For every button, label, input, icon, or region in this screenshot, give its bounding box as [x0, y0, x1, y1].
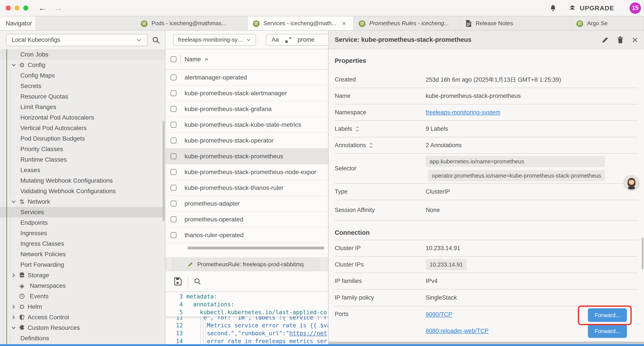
- chevron-right-icon[interactable]: [11, 304, 16, 310]
- row-checkbox[interactable]: [170, 216, 176, 222]
- sidebar-item-namespaces[interactable]: ◈ Namespaces: [0, 281, 165, 291]
- chevron-down-icon[interactable]: [11, 325, 16, 331]
- annotations-count[interactable]: 2 Annotations: [426, 142, 462, 149]
- back-button[interactable]: ←: [38, 3, 47, 13]
- chevron-right-icon[interactable]: [11, 273, 16, 278]
- tab-close-icon[interactable]: ×: [342, 20, 346, 27]
- tab-release-notes[interactable]: Release Notes: [460, 16, 571, 30]
- document-icon: [465, 20, 472, 27]
- select-all-checkbox[interactable]: [170, 56, 176, 62]
- row-checkbox[interactable]: [170, 122, 176, 128]
- forward-port-button[interactable]: Forward...: [588, 324, 627, 338]
- row-checkbox[interactable]: [170, 137, 176, 143]
- row-checkbox[interactable]: [170, 232, 176, 238]
- sidebar-group-storage[interactable]: Storage: [0, 270, 165, 281]
- assistant-avatar[interactable]: [624, 175, 639, 190]
- tab-pods[interactable]: Pods - icecheng@mathmas...: [136, 16, 248, 30]
- sidebar-item-runtime-classes[interactable]: Runtime Classes: [0, 154, 165, 165]
- expand-collapse-icon[interactable]: [355, 126, 359, 132]
- chevron-down-icon: [246, 37, 251, 42]
- notifications-bell-icon[interactable]: [549, 4, 557, 12]
- save-icon[interactable]: [173, 277, 182, 286]
- sidebar-group-custom-resources[interactable]: Custom Resources: [0, 323, 165, 333]
- regex-toggle[interactable]: *: [285, 36, 292, 43]
- port-link[interactable]: 9090/TCP: [426, 311, 452, 318]
- session-affinity-value: None: [426, 207, 440, 214]
- edit-icon[interactable]: [602, 36, 609, 43]
- minimize-window-button[interactable]: [14, 5, 20, 10]
- sidebar-item-endpoints[interactable]: Endpoints: [0, 217, 165, 228]
- port-link[interactable]: 8080:reloader-web/TCP: [426, 328, 488, 335]
- tab-services[interactable]: Services - icecheng@math... ×: [248, 16, 354, 30]
- sidebar-item-port-forwarding[interactable]: Port Forwarding: [0, 260, 165, 270]
- namespace-link[interactable]: freeleaps-monitoring-system: [426, 109, 500, 116]
- properties-heading: Properties: [335, 57, 638, 72]
- sidebar-item-events[interactable]: Events: [0, 291, 165, 302]
- row-checkbox[interactable]: [170, 169, 176, 175]
- runbook-url-link[interactable]: https://net: [289, 330, 327, 337]
- tab-prometheus-rules[interactable]: Prometheus Rules - icecheng...: [354, 16, 460, 30]
- chevron-down-icon[interactable]: [11, 62, 16, 68]
- detail-scrollbar[interactable]: [642, 238, 644, 269]
- delete-trash-icon[interactable]: [617, 36, 624, 43]
- chevron-right-icon[interactable]: [11, 315, 16, 320]
- detail-horizontal-scrollbar-track: [328, 342, 644, 344]
- sidebar-item-pod-disruption-budgets[interactable]: Pod Disruption Budgets: [0, 133, 165, 144]
- sidebar-item-validating-webhook-configurations[interactable]: Validating Webhook Configurations: [0, 186, 165, 196]
- selector-chip[interactable]: operator.prometheus.io/name=kube-prometh…: [428, 170, 605, 181]
- sidebar-group-helm[interactable]: Helm: [0, 302, 165, 312]
- editor-search-icon[interactable]: [193, 277, 202, 286]
- close-panel-icon[interactable]: ×: [632, 35, 638, 45]
- sidebar-item-horizontal-pod-autoscalers[interactable]: Horizontal Pod Autoscalers: [0, 112, 165, 123]
- row-checkbox[interactable]: [170, 153, 176, 159]
- sidebar-item-config-maps[interactable]: Config Maps: [0, 70, 165, 81]
- sidebar-item-definitions[interactable]: Definitions: [0, 333, 165, 344]
- network-arrows-icon: ⇅: [18, 198, 26, 205]
- selector-chip[interactable]: app.kubernetes.io/name=prometheus: [426, 156, 605, 167]
- sidebar-item-secrets[interactable]: Secrets: [0, 81, 165, 91]
- tab-argo[interactable]: Argo Se: [571, 16, 644, 30]
- chevron-down-icon[interactable]: [11, 199, 16, 204]
- sidebar-group-config[interactable]: ⚙ Config: [0, 60, 165, 70]
- sidebar-item-ingresses[interactable]: Ingresses: [0, 228, 165, 239]
- prometheusrule-editor-tab[interactable]: PrometheusRule: freeleaps-prod-rabbitmq: [172, 258, 319, 271]
- titlebar: ← → UPGRADE 15: [0, 0, 644, 16]
- namespace-selector[interactable]: freeleaps-monitoring-system: [173, 34, 256, 46]
- name-value: kube-prometheus-stack-prometheus: [426, 93, 521, 99]
- sidebar-item-limit-ranges[interactable]: Limit Ranges: [0, 102, 165, 112]
- maximize-window-button[interactable]: [23, 5, 28, 10]
- notification-count-badge[interactable]: 15: [630, 2, 641, 14]
- close-window-button[interactable]: [6, 5, 11, 10]
- sidebar-group-network[interactable]: ⇅ Network: [0, 196, 165, 207]
- sidebar-group-access-control[interactable]: Access Control: [0, 312, 165, 323]
- forward-button[interactable]: →: [54, 3, 62, 13]
- sidebar-item-resource-quotas[interactable]: Resource Quotas: [0, 91, 165, 102]
- row-checkbox[interactable]: [170, 74, 176, 80]
- upgrade-button[interactable]: UPGRADE: [568, 4, 614, 12]
- sidebar-item-leases[interactable]: Leases: [0, 165, 165, 175]
- cluster-ips-chip[interactable]: 10.233.14.91: [426, 259, 467, 270]
- sidebar-item-priority-classes[interactable]: Priority Classes: [0, 144, 165, 154]
- sidebar-item-ingress-classes[interactable]: Ingress Classes: [0, 239, 165, 249]
- sidebar-item-services[interactable]: Services: [0, 207, 165, 217]
- sidebar-item-mutating-webhook-configurations[interactable]: Mutating Webhook Configurations: [0, 175, 165, 186]
- sidebar-scrollbar[interactable]: [163, 121, 164, 221]
- sidebar-search-icon[interactable]: [152, 36, 160, 44]
- labels-count[interactable]: 9 Labels: [426, 125, 448, 132]
- cluster-accent-line: [6, 49, 7, 344]
- sidebar-item-network-policies[interactable]: Network Policies: [0, 249, 165, 260]
- sidebar-item-cron-jobs[interactable]: Cron Jobs: [0, 49, 165, 60]
- navigator-panel-tab[interactable]: Navigator: [0, 16, 36, 30]
- name-column-header[interactable]: Name: [184, 56, 209, 63]
- helm-wheel-icon: [18, 304, 26, 310]
- row-checkbox[interactable]: [170, 185, 176, 191]
- sidebar-item-vertical-pod-autoscalers[interactable]: Vertical Pod Autoscalers: [0, 123, 165, 133]
- row-checkbox[interactable]: [170, 106, 176, 112]
- case-sensitive-toggle[interactable]: Aa: [272, 36, 279, 43]
- horizontal-scrollbar[interactable]: [188, 247, 324, 249]
- kubeconfig-selector[interactable]: Local Kubeconfigs: [6, 34, 148, 46]
- annotation-highlight-box: [578, 306, 632, 325]
- row-checkbox[interactable]: [170, 90, 176, 96]
- expand-collapse-icon[interactable]: [369, 143, 373, 148]
- row-checkbox[interactable]: [170, 201, 176, 207]
